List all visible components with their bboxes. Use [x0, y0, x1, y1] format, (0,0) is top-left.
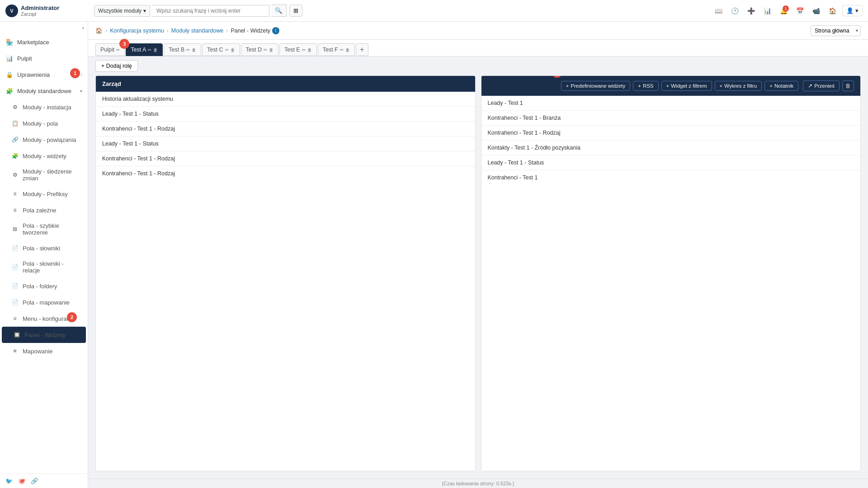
search-module-dropdown[interactable]: Wszystkie moduły ▾	[94, 5, 150, 17]
tab-pulpit-edit-icon[interactable]: ✏	[116, 47, 120, 52]
grid-view-button[interactable]: ⊞	[289, 5, 302, 17]
sidebar-item-moduly-widgety[interactable]: 🧩 Moduły - widżety	[0, 148, 88, 164]
clock-icon[interactable]: 🕐	[728, 5, 741, 17]
sidebar-item-panel-widgety[interactable]: 🔲 Panel - Widżety	[2, 327, 86, 343]
tab-b-del-icon[interactable]: 🗑	[192, 47, 196, 52]
table-row[interactable]: Kontrahenci - Test 1 - Branża	[481, 111, 861, 126]
sidebar-label-moduly: Moduły standardowe	[17, 88, 76, 94]
table-icon[interactable]: 📊	[761, 5, 774, 17]
bell-icon[interactable]: 🔔 1	[777, 5, 790, 17]
sidebar-item-pola-mapowanie[interactable]: 📄 Pola - mapowanie	[0, 294, 88, 310]
panels-container: Zarząd Historia aktualizacji systemu Lea…	[88, 75, 868, 479]
sidebar-item-moduly-sledzenie[interactable]: ⚙ Moduły - śledzenie zmian	[0, 164, 88, 186]
tab-test-e[interactable]: Test E ✏ 🗑	[279, 43, 317, 56]
menu-konfiguracja-wrap: ≡ Menu - konfiguracja 2	[0, 310, 88, 327]
user-avatar-button[interactable]: 👤 ▾	[842, 5, 863, 16]
table-row[interactable]: Kontrahenci - Test 1 - Rodzaj	[96, 122, 475, 136]
table-row[interactable]: Historia aktualizacji systemu	[96, 92, 475, 107]
bc-konfiguracja[interactable]: Konfiguracja systemu	[110, 28, 164, 34]
widgety-icon: 🧩	[11, 152, 19, 160]
tab-e-edit-icon[interactable]: ✏	[302, 47, 306, 52]
page-select[interactable]: Strona główna	[811, 25, 861, 36]
left-panel: Zarząd Historia aktualizacji systemu Lea…	[95, 75, 476, 471]
tab-test-e-label: Test E	[284, 47, 300, 53]
book-icon[interactable]: 📖	[712, 5, 725, 17]
table-row[interactable]: Leady - Test 1 - Status	[96, 107, 475, 122]
sidebar-item-moduly-powiazania[interactable]: 🔗 Moduły - powiązania	[0, 131, 88, 148]
chevron-icon: ▾	[855, 7, 859, 14]
sidebar-item-pola-foldery[interactable]: 📄 Pola - foldery	[0, 278, 88, 294]
sidebar-item-moduly-standardowe[interactable]: 🧩 Moduły standardowe ▾	[0, 83, 88, 99]
sidebar-label-slowniki-relacje: Pola - słowniki - relacje	[23, 260, 82, 274]
sidebar-label-panel-widgety: Panel - Widżety	[24, 332, 80, 338]
przenies-arrow-icon: ↗	[808, 83, 812, 89]
calendar-icon[interactable]: 📅	[793, 5, 806, 17]
table-row[interactable]: Kontrahenci - Test 1	[481, 170, 861, 185]
tab-d-del-icon[interactable]: 🗑	[269, 47, 274, 52]
link-icon[interactable]: 🔗	[31, 478, 38, 484]
tab-test-b[interactable]: Test B ✏ 🗑	[164, 43, 201, 56]
table-row[interactable]: Kontrahenci - Test 1 - Rodzaj	[96, 151, 475, 166]
tab-a-edit-icon[interactable]: ✏	[148, 47, 151, 52]
sidebar-item-moduly-pola[interactable]: 📋 Moduły - pola	[0, 115, 88, 131]
sidebar-item-pola-slowniki[interactable]: 📄 Pola - słowniki	[0, 240, 88, 256]
home-icon[interactable]: 🏠	[826, 5, 839, 17]
tab-c-edit-icon[interactable]: ✏	[225, 47, 229, 52]
plus-widget-icon: +	[666, 83, 670, 89]
bc-current-label: Panel - Widżety	[231, 28, 270, 34]
rss-button[interactable]: + RSS	[633, 81, 658, 91]
sidebar-collapse-button[interactable]: ‹	[0, 22, 88, 34]
search-area: Wszystkie moduły ▾ 🔍 ⊞	[94, 5, 302, 17]
tab-test-c[interactable]: Test C ✏ 🗑	[202, 43, 240, 56]
delete-panel-button[interactable]: 🗑	[842, 80, 854, 91]
notatnik-button[interactable]: + Notatnik	[764, 81, 798, 91]
tab-b-edit-icon[interactable]: ✏	[186, 47, 190, 52]
sidebar-label-pola-mapowanie: Pola - mapowanie	[23, 299, 82, 306]
twitter-icon[interactable]: 🐦	[5, 478, 13, 484]
search-button[interactable]: 🔍	[271, 5, 287, 17]
topbar: V Administrator Zarząd Wszystkie moduły …	[0, 0, 868, 22]
search-input[interactable]	[152, 5, 269, 17]
table-row[interactable]: Leady - Test 1	[481, 96, 861, 111]
bc-moduly[interactable]: Moduły standardowe	[171, 28, 223, 34]
tab-f-edit-icon[interactable]: ✏	[340, 47, 344, 52]
annotation-2: 2	[67, 312, 77, 322]
tab-d-edit-icon[interactable]: ✏	[264, 47, 267, 52]
tab-test-a[interactable]: Test A ✏ 🗑	[126, 43, 163, 56]
sidebar-item-pulpit[interactable]: 📊 Pulpit	[0, 50, 88, 66]
widget-filtrem-button[interactable]: + Widget z filtrem	[661, 81, 712, 91]
tab-f-del-icon[interactable]: 🗑	[345, 47, 350, 52]
tab-a-del-icon[interactable]: 🗑	[153, 47, 158, 52]
left-panel-title: Zarząd	[102, 80, 121, 87]
sidebar-item-pola-szybkie[interactable]: ⊞ Pola - szybkie tworzenie	[0, 218, 88, 240]
sidebar-item-pola-slowniki-relacje[interactable]: 📄 Pola - słowniki - relacje	[0, 256, 88, 278]
tab-c-del-icon[interactable]: 🗑	[231, 47, 235, 52]
home-breadcrumb-icon[interactable]: 🏠	[95, 27, 103, 34]
table-row[interactable]: Kontrahenci - Test 1 - Rodzaj	[96, 166, 475, 181]
tab-add-button[interactable]: +	[356, 43, 368, 56]
wykres-filtru-button[interactable]: + Wykres z filtru	[715, 81, 762, 91]
tab-test-f[interactable]: Test F ✏ 🗑	[318, 43, 355, 56]
sidebar-label-slowniki: Pola - słowniki	[23, 245, 82, 252]
table-row[interactable]: Leady - Test 1 - Status	[96, 136, 475, 151]
sidebar-item-moduly-prefiksy[interactable]: ≡ Moduły - Prefiksy	[0, 186, 88, 202]
table-row[interactable]: Kontrahenci - Test 1 - Rodzaj	[481, 126, 861, 141]
table-row[interactable]: Leady - Test 1 - Status	[481, 155, 861, 170]
video-icon[interactable]: 📹	[810, 5, 822, 17]
sidebar-label-uprawnienia: Uprawnienia	[17, 71, 77, 78]
add-role-button[interactable]: + Dodaj rolę	[95, 60, 138, 72]
przenies-button[interactable]: ↗ Przenieś	[803, 80, 840, 91]
user-name: Administrator	[21, 5, 59, 11]
sidebar-item-moduly-instalacja[interactable]: ⚙ Moduły - instalacja	[0, 99, 88, 115]
sidebar-item-mapowanie[interactable]: ✳ Mapowanie	[0, 343, 88, 359]
table-row[interactable]: Kontakty - Test 1 - Źródło pozyskania	[481, 141, 861, 155]
wykres-filtru-label: Wykres z filtru	[724, 83, 757, 89]
sidebar-item-pola-zalezne[interactable]: ≡ Pola zależne	[0, 202, 88, 218]
predefiniowane-button[interactable]: + Predefiniowane widżety	[561, 81, 631, 91]
sidebar-item-marketplace[interactable]: 🏪 Marketplace	[0, 34, 88, 50]
tab-e-del-icon[interactable]: 🗑	[307, 47, 312, 52]
moduly-chevron: ▾	[80, 89, 82, 94]
tab-test-d[interactable]: Test D ✏ 🗑	[241, 43, 278, 56]
plus-icon[interactable]: ➕	[745, 5, 757, 17]
github-icon[interactable]: 🐙	[18, 478, 25, 484]
